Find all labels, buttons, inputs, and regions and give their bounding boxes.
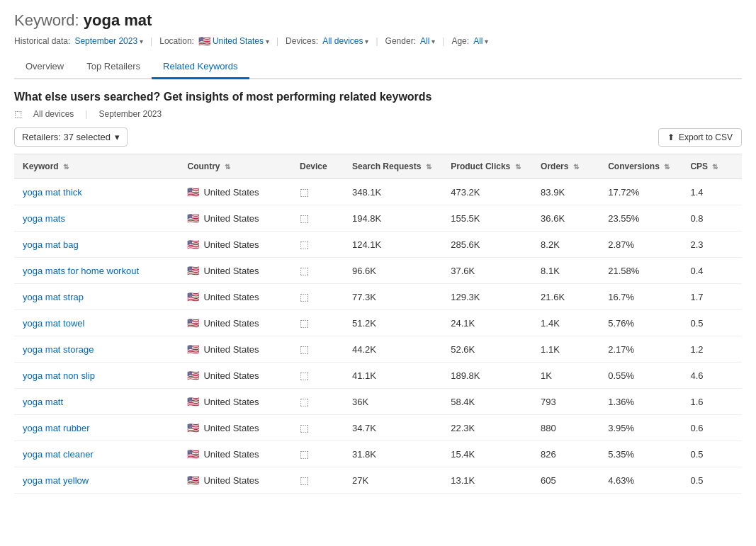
keyword-link[interactable]: yoga mats <box>23 213 65 224</box>
cell-conversions: 2.17% <box>599 336 682 363</box>
clicks-sort-icon: ⇅ <box>515 163 521 171</box>
col-search-label: Search Requests <box>352 161 421 171</box>
us-flag-icon: 🇺🇸 <box>187 212 199 224</box>
table-row: yoga mat yellow 🇺🇸 United States ⬚ 27K 1… <box>14 467 742 494</box>
cell-conversions: 21.58% <box>599 258 682 284</box>
cell-device: ⬚ <box>291 205 344 232</box>
cell-orders: 83.9K <box>532 179 599 205</box>
col-header-keyword[interactable]: Keyword ⇅ <box>14 154 179 179</box>
devices-chevron-icon: ▾ <box>365 38 368 45</box>
cell-keyword: yoga mat storage <box>14 336 179 363</box>
cell-orders: 826 <box>532 441 599 467</box>
devices-value-link[interactable]: All devices ▾ <box>322 36 368 46</box>
tab-top-retailers[interactable]: Top Retailers <box>75 55 152 79</box>
cell-cps: 1.7 <box>682 284 742 310</box>
title-keyword: yoga mat <box>84 11 152 29</box>
cell-search-requests: 31.8K <box>344 441 442 467</box>
historical-value: September 2023 <box>74 36 137 46</box>
cell-cps: 0.5 <box>682 310 742 336</box>
subtitle-sep: | <box>85 109 87 119</box>
col-header-country[interactable]: Country ⇅ <box>179 154 291 179</box>
us-flag-icon: 🇺🇸 <box>187 291 199 302</box>
keyword-link[interactable]: yoga mat bag <box>23 239 79 250</box>
keyword-link[interactable]: yoga mat non slip <box>23 370 95 381</box>
cell-cps: 1.4 <box>682 179 742 205</box>
country-sort-icon: ⇅ <box>225 163 230 171</box>
cell-orders: 793 <box>532 389 599 415</box>
keyword-sort-icon: ⇅ <box>63 163 69 171</box>
tab-overview[interactable]: Overview <box>14 55 75 79</box>
col-orders-label: Orders <box>541 161 568 171</box>
keyword-link[interactable]: yoga mat storage <box>23 344 94 355</box>
cell-device: ⬚ <box>291 232 344 258</box>
cell-orders: 605 <box>532 467 599 494</box>
age-value-link[interactable]: All ▾ <box>473 36 488 46</box>
cell-product-clicks: 15.4K <box>442 441 532 467</box>
cell-country: 🇺🇸 United States <box>179 232 291 258</box>
historical-chevron-icon: ▾ <box>140 38 143 45</box>
country-value: United States <box>203 239 259 250</box>
col-header-search-requests[interactable]: Search Requests ⇅ <box>344 154 442 179</box>
device-icon: ⬚ <box>300 370 309 381</box>
age-label: Age: <box>451 36 469 46</box>
device-icon: ⬚ <box>300 474 309 486</box>
title-prefix: Keyword: <box>14 11 84 29</box>
cell-conversions: 1.36% <box>599 389 682 415</box>
keyword-link[interactable]: yoga matt <box>23 397 63 407</box>
export-button[interactable]: ⬆ Export to CSV <box>658 128 742 147</box>
cell-device: ⬚ <box>291 284 344 310</box>
table-row: yoga mat non slip 🇺🇸 United States ⬚ 41.… <box>14 363 742 389</box>
keyword-link[interactable]: yoga mat thick <box>23 187 82 198</box>
keyword-link[interactable]: yoga mat yellow <box>23 475 89 486</box>
keyword-link[interactable]: yoga mat strap <box>23 292 84 302</box>
cell-search-requests: 348.1K <box>344 179 442 205</box>
cell-device: ⬚ <box>291 415 344 441</box>
keyword-link[interactable]: yoga mat cleaner <box>23 449 94 460</box>
cell-search-requests: 96.6K <box>344 258 442 284</box>
col-header-orders[interactable]: Orders ⇅ <box>532 154 599 179</box>
devices-value: All devices <box>322 36 363 46</box>
cell-keyword: yoga mat towel <box>14 310 179 336</box>
gender-value-link[interactable]: All ▾ <box>420 36 435 46</box>
cell-keyword: yoga mat rubber <box>14 415 179 441</box>
country-value: United States <box>203 475 259 486</box>
sep1: | <box>150 36 152 46</box>
cell-cps: 1.6 <box>682 389 742 415</box>
cell-country: 🇺🇸 United States <box>179 179 291 205</box>
country-value: United States <box>203 370 259 381</box>
age-chevron-icon: ▾ <box>485 38 488 45</box>
cell-cps: 0.8 <box>682 205 742 232</box>
search-sort-icon: ⇅ <box>426 163 431 171</box>
country-value: United States <box>203 213 259 224</box>
device-icon: ⬚ <box>14 109 22 119</box>
cell-product-clicks: 285.6K <box>442 232 532 258</box>
sep2: | <box>276 36 278 46</box>
retailers-dropdown[interactable]: Retailers: 37 selected ▾ <box>14 127 128 147</box>
keyword-link[interactable]: yoga mats for home workout <box>23 266 139 276</box>
table-row: yoga mats 🇺🇸 United States ⬚ 194.8K 155.… <box>14 205 742 232</box>
cell-country: 🇺🇸 United States <box>179 258 291 284</box>
device-icon: ⬚ <box>300 212 309 224</box>
col-header-cps[interactable]: CPS ⇅ <box>682 154 742 179</box>
cell-product-clicks: 37.6K <box>442 258 532 284</box>
table-row: yoga mat thick 🇺🇸 United States ⬚ 348.1K… <box>14 179 742 205</box>
us-flag-icon: 🇺🇸 <box>187 265 199 276</box>
tab-related-keywords[interactable]: Related Keywords <box>152 55 249 79</box>
historical-value-link[interactable]: September 2023 ▾ <box>74 36 143 46</box>
table-row: yoga mat cleaner 🇺🇸 United States ⬚ 31.8… <box>14 441 742 467</box>
toolbar: Retailers: 37 selected ▾ ⬆ Export to CSV <box>14 127 742 147</box>
us-flag-icon: 🇺🇸 <box>187 186 199 198</box>
col-header-product-clicks[interactable]: Product Clicks ⇅ <box>442 154 532 179</box>
cell-cps: 2.3 <box>682 232 742 258</box>
cell-device: ⬚ <box>291 179 344 205</box>
keyword-link[interactable]: yoga mat rubber <box>23 423 90 433</box>
cell-device: ⬚ <box>291 363 344 389</box>
col-header-conversions[interactable]: Conversions ⇅ <box>599 154 682 179</box>
keyword-link[interactable]: yoga mat towel <box>23 318 84 329</box>
device-icon: ⬚ <box>300 448 309 460</box>
location-value-link[interactable]: 🇺🇸 United States ▾ <box>198 35 269 47</box>
country-value: United States <box>203 344 259 355</box>
cell-product-clicks: 129.3K <box>442 284 532 310</box>
cell-orders: 880 <box>532 415 599 441</box>
cell-orders: 1.4K <box>532 310 599 336</box>
